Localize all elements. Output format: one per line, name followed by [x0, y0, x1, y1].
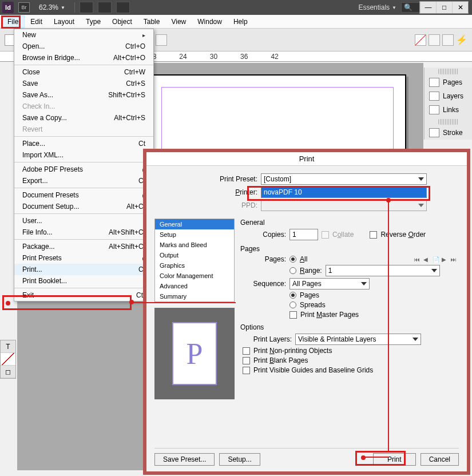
category-color-management[interactable]: Color Management [155, 271, 234, 281]
reverse-order-label: Reverse Order [380, 231, 426, 239]
file-menu-document-setup-[interactable]: Document Setup...Alt+Ct [14, 201, 153, 212]
file-menu-save-as-[interactable]: Save As...Shift+Ctrl+S [14, 89, 153, 101]
file-menu-export-[interactable]: Export...Ct [14, 175, 153, 187]
maximize-button[interactable]: □ [436, 2, 452, 13]
file-menu-user-[interactable]: User... [14, 215, 153, 227]
layers-icon [429, 92, 439, 101]
menu-layout[interactable]: Layout [48, 16, 80, 27]
master-pages-label: Print Master Pages [300, 311, 359, 319]
guides-checkbox[interactable] [243, 367, 250, 374]
menu-view[interactable]: View [165, 16, 192, 27]
effects-icon[interactable] [442, 34, 454, 46]
category-marks-and-bleed[interactable]: Marks and Bleed [155, 240, 234, 250]
ppd-label: PPD: [154, 201, 257, 209]
save-preset-button[interactable]: Save Preset... [154, 453, 215, 466]
nonprinting-checkbox[interactable] [243, 347, 250, 355]
master-pages-checkbox[interactable] [289, 311, 297, 319]
spreads-radio[interactable] [289, 302, 296, 308]
file-menu-adobe-pdf-presets[interactable]: Adobe PDF Presets [14, 164, 153, 175]
file-menu-close[interactable]: CloseCtrl+W [14, 66, 153, 78]
menu-type[interactable]: Type [80, 16, 106, 27]
collate-checkbox [322, 231, 329, 239]
pages-label: Pages: [252, 255, 286, 263]
app-topbar: Id Br 62.3%▼ Essentials▼ 🔍 [0, 0, 472, 15]
file-menu-print-[interactable]: Print...Ct [14, 264, 153, 275]
swap-fill-stroke-icon[interactable] [1, 353, 15, 366]
panel-pages[interactable]: Pages [425, 76, 472, 89]
minimize-button[interactable]: — [420, 2, 436, 13]
file-menu-document-presets[interactable]: Document Presets [14, 189, 153, 201]
file-menu-dropdown: NewOpen...Ctrl+OBrowse in Bridge...Alt+C… [14, 29, 154, 302]
copies-label: Copies: [252, 231, 286, 239]
menu-window[interactable]: Window [192, 16, 228, 27]
screen-mode-icon[interactable] [98, 2, 112, 13]
file-menu-package-[interactable]: Package...Alt+Shift+Ct [14, 241, 153, 252]
category-advanced[interactable]: Advanced [155, 281, 234, 291]
stroke-swatch[interactable] [429, 34, 440, 46]
file-menu-print-booklet-[interactable]: Print Booklet... [14, 275, 153, 287]
type-tool-icon[interactable]: T [1, 340, 15, 353]
setup-button[interactable]: Setup... [219, 453, 260, 466]
workspace-switcher[interactable]: Essentials▼ [358, 3, 396, 11]
menu-file[interactable]: File [1, 15, 25, 28]
pages-heading: Pages [240, 245, 459, 253]
close-button[interactable]: ✕ [452, 2, 468, 13]
file-menu-print-presets[interactable]: Print Presets [14, 252, 153, 264]
panel-stroke[interactable]: Stroke [425, 126, 472, 140]
menu-edit[interactable]: Edit [25, 16, 48, 27]
dialog-title: Print [146, 152, 467, 166]
guides-label: Print Visible Guides and Baseline Grids [253, 366, 373, 374]
default-fill-stroke-icon[interactable]: ◻ [1, 366, 15, 378]
print-preset-label: Print Preset: [154, 175, 257, 183]
file-menu-exit[interactable]: ExitCtr [14, 289, 153, 301]
print-preset-select[interactable]: [Custom] [261, 173, 427, 185]
menu-object[interactable]: Object [106, 16, 138, 27]
print-preview: P [154, 308, 235, 399]
range-select[interactable]: 1 [326, 265, 440, 276]
file-menu-file-info-[interactable]: File Info...Alt+Shift+Ct [14, 227, 153, 238]
category-output[interactable]: Output [155, 250, 234, 260]
pages-icon [429, 78, 439, 87]
sequence-select[interactable]: All Pages [289, 278, 370, 289]
flip-v-icon[interactable] [156, 34, 167, 46]
file-menu-open-[interactable]: Open...Ctrl+O [14, 41, 153, 52]
tools-panel: T ◻ [0, 340, 16, 379]
pages-all-radio[interactable] [289, 256, 296, 263]
file-menu-place-[interactable]: Place...Ct [14, 138, 153, 149]
links-icon [429, 105, 439, 114]
panel-dock: Pages Layers Links Stroke [424, 68, 472, 140]
menu-help[interactable]: Help [228, 16, 253, 27]
arrange-icon[interactable] [116, 2, 130, 13]
file-menu-save[interactable]: SaveCtrl+S [14, 78, 153, 89]
view-options-icon[interactable] [80, 2, 93, 13]
category-setup[interactable]: Setup [155, 229, 234, 240]
zoom-level[interactable]: 62.3%▼ [34, 2, 70, 13]
pages-range-radio[interactable] [289, 267, 296, 274]
print-button[interactable]: Print [373, 453, 416, 466]
bridge-logo[interactable]: Br [18, 2, 30, 13]
printer-select[interactable]: novaPDF 10 [261, 187, 427, 198]
panel-layers[interactable]: Layers [425, 89, 472, 103]
file-menu-save-a-copy-[interactable]: Save a Copy...Alt+Ctrl+S [14, 112, 153, 124]
pages-radio[interactable] [289, 292, 296, 299]
reverse-order-checkbox[interactable] [370, 231, 377, 239]
general-heading: General [240, 219, 459, 227]
file-menu-browse-in-bridge-[interactable]: Browse in Bridge...Alt+Ctrl+O [14, 52, 153, 64]
options-heading: Options [240, 323, 459, 331]
panel-links[interactable]: Links [425, 103, 472, 117]
cancel-button[interactable]: Cancel [421, 453, 459, 466]
category-general[interactable]: General [155, 219, 234, 229]
menu-table[interactable]: Table [138, 16, 166, 27]
print-layers-select[interactable]: Visible & Printable Layers [295, 334, 421, 345]
category-summary[interactable]: Summary [155, 291, 234, 302]
blank-pages-checkbox[interactable] [243, 357, 250, 364]
lightning-icon[interactable]: ⚡ [456, 34, 467, 45]
category-graphics[interactable]: Graphics [155, 260, 234, 271]
file-menu-import-xml-[interactable]: Import XML... [14, 149, 153, 161]
fill-swatch[interactable] [415, 34, 426, 46]
file-menu-new[interactable]: New [14, 29, 153, 41]
page-nav-icons[interactable]: ⏮◀📄▶⏭ [414, 256, 459, 263]
category-list[interactable]: GeneralSetupMarks and BleedOutputGraphic… [154, 219, 235, 302]
copies-input[interactable] [289, 229, 318, 240]
id-logo: Id [2, 2, 14, 13]
